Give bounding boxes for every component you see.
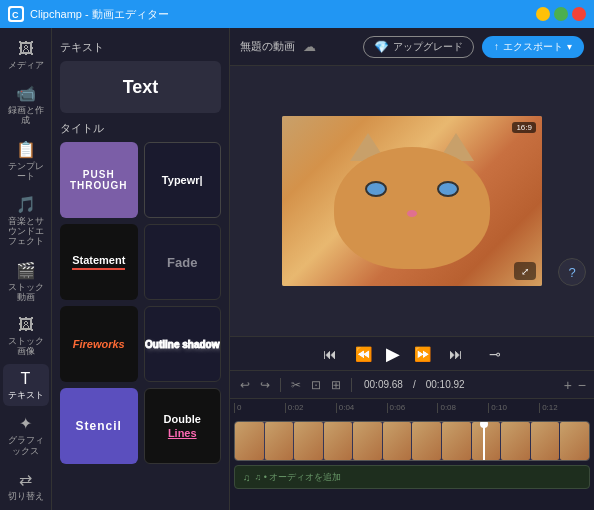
window-controls[interactable] xyxy=(536,7,586,21)
minimize-button[interactable] xyxy=(536,7,550,21)
main-layout: 🖼 メディア 📹 録画と作成 📋 テンプレート 🎵 音楽とサウンドエフェクト 🎬… xyxy=(0,28,594,510)
sidebar-item-music[interactable]: 🎵 音楽とサウンドエフェクト xyxy=(3,189,49,253)
video-preview xyxy=(282,116,542,286)
ruler-mark-5: 0:10 xyxy=(488,403,539,413)
help-button[interactable]: ? xyxy=(558,258,586,286)
fireworks-label: Fireworks xyxy=(73,338,125,350)
content-area: 無題の動画 ☁ 💎 アップグレード ↑ エクスポート ▾ xyxy=(230,28,594,510)
toolbar-separator-1 xyxy=(280,378,281,392)
sidebar-item-text[interactable]: T テキスト xyxy=(3,364,49,406)
track-thumb-7 xyxy=(412,422,441,460)
timeline: ↩ ↪ ✂ ⊡ ⊞ 00:09.68 / 00:10.92 + − 0 0:02… xyxy=(230,370,594,510)
track-thumb-3 xyxy=(294,422,323,460)
sidebar-item-graphics[interactable]: ✦ グラフィックス xyxy=(3,408,49,461)
play-button[interactable]: ▶ xyxy=(386,343,400,365)
text-panel: テキスト Text タイトル PUSH thRouGH Typewr| Stat… xyxy=(52,28,230,510)
timeline-toolbar: ↩ ↪ ✂ ⊡ ⊞ 00:09.68 / 00:10.92 + − xyxy=(230,371,594,399)
ruler-mark-1: 0:02 xyxy=(285,403,336,413)
skip-forward-button[interactable]: ⏭ xyxy=(445,344,467,364)
track-thumb-9 xyxy=(472,422,501,460)
stencil-card[interactable]: Stencil xyxy=(60,388,138,464)
expand-button[interactable]: ⤢ xyxy=(514,262,536,280)
push-through-card[interactable]: PUSH thRouGH xyxy=(60,142,138,218)
timeline-separator-time: / xyxy=(413,379,416,390)
stock-img-icon: 🖼 xyxy=(18,316,34,334)
upgrade-button[interactable]: 💎 アップグレード xyxy=(363,36,474,58)
skip-back-button[interactable]: ⏮ xyxy=(319,344,341,364)
timeline-total-time: 00:10.92 xyxy=(426,379,465,390)
cut-button[interactable]: ✂ xyxy=(289,376,303,394)
video-track[interactable] xyxy=(234,421,590,461)
audio-track[interactable]: ♫ ♫ • オーディオを追加 xyxy=(234,465,590,489)
sidebar-item-stock-img[interactable]: 🖼 ストック画像 xyxy=(3,310,49,362)
cat-eye-left xyxy=(365,181,387,197)
track-thumb-6 xyxy=(383,422,412,460)
export-button[interactable]: ↑ エクスポート ▾ xyxy=(482,36,584,58)
track-thumb-10 xyxy=(501,422,530,460)
timeline-ruler: 0 0:02 0:04 0:06 0:08 0:10 0:12 xyxy=(230,399,594,417)
cat-nose xyxy=(407,210,417,217)
stock-video-icon: 🎬 xyxy=(16,261,36,280)
sidebar-label-graphics: グラフィックス xyxy=(5,435,47,455)
track-thumb-11 xyxy=(531,422,560,460)
maximize-button[interactable] xyxy=(554,7,568,21)
app-title: Clipchamp - 動画エディター xyxy=(30,7,169,22)
track-thumb-2 xyxy=(265,422,294,460)
upload-icon: ↑ xyxy=(494,41,499,52)
top-toolbar: 無題の動画 ☁ 💎 アップグレード ↑ エクスポート ▾ xyxy=(230,28,594,66)
fast-forward-button[interactable]: ⏩ xyxy=(410,344,435,364)
outline-shadow-card[interactable]: Outline shadow xyxy=(144,306,222,382)
export-label: エクスポート xyxy=(503,40,563,54)
timeline-current-time: 00:09.68 xyxy=(364,379,403,390)
aspect-ratio-badge: 16:9 xyxy=(512,122,536,133)
track-thumb-4 xyxy=(324,422,353,460)
sidebar-item-record[interactable]: 📹 録画と作成 xyxy=(3,78,49,131)
ruler-mark-4: 0:08 xyxy=(437,403,488,413)
toolbar-separator-2 xyxy=(351,378,352,392)
ruler-mark-2: 0:04 xyxy=(336,403,387,413)
sidebar-item-template[interactable]: 📋 テンプレート xyxy=(3,134,49,187)
fade-card[interactable]: Fade xyxy=(144,224,222,300)
playhead[interactable] xyxy=(483,422,485,460)
double-line-2-label: Lines xyxy=(168,427,197,439)
project-name[interactable]: 無題の動画 xyxy=(240,39,295,54)
redo-button[interactable]: ↪ xyxy=(258,376,272,394)
copy-button[interactable]: ⊡ xyxy=(309,376,323,394)
cat-eye-right xyxy=(437,181,459,197)
ruler-mark-3: 0:06 xyxy=(387,403,438,413)
undo-button[interactable]: ↩ xyxy=(238,376,252,394)
sidebar-label-stock-video: ストック動画 xyxy=(5,282,47,302)
audio-add-label: ♫ • オーディオを追加 xyxy=(255,471,342,484)
media-icon: 🖼 xyxy=(18,40,34,58)
timeline-tracks: ♫ ♫ • オーディオを追加 xyxy=(230,417,594,510)
paste-button[interactable]: ⊞ xyxy=(329,376,343,394)
typewriter-label: Typewr| xyxy=(162,174,203,186)
rewind-button[interactable]: ⏪ xyxy=(351,344,376,364)
split-button[interactable]: ⊸ xyxy=(485,344,505,364)
double-line-1-label: Double xyxy=(164,413,201,425)
statement-card[interactable]: Statement xyxy=(60,224,138,300)
track-thumb-5 xyxy=(353,422,382,460)
statement-label: Statement xyxy=(72,254,125,270)
video-frame: 16:9 ⤢ xyxy=(282,116,542,286)
track-thumb-12 xyxy=(560,422,589,460)
close-button[interactable] xyxy=(572,7,586,21)
typewriter-card[interactable]: Typewr| xyxy=(144,142,222,218)
chevron-down-icon: ▾ xyxy=(567,41,572,52)
double-lines-card[interactable]: Double Lines xyxy=(144,388,222,464)
zoom-out-button[interactable]: − xyxy=(578,377,586,393)
sidebar-item-media[interactable]: 🖼 メディア xyxy=(3,34,49,76)
transitions-icon: ⇄ xyxy=(19,470,32,489)
video-area: 16:9 ⤢ ? xyxy=(230,66,594,336)
sidebar-label-stock-img: ストック画像 xyxy=(5,336,47,356)
fireworks-card[interactable]: Fireworks xyxy=(60,306,138,382)
diamond-icon: 💎 xyxy=(374,40,389,54)
section-title-text: テキスト xyxy=(60,40,221,55)
sidebar-item-transitions[interactable]: ⇄ 切り替え xyxy=(3,464,49,507)
sidebar-item-stock-video[interactable]: 🎬 ストック動画 xyxy=(3,255,49,308)
titlebar: C Clipchamp - 動画エディター xyxy=(0,0,594,28)
sidebar-label-transitions: 切り替え xyxy=(8,491,44,501)
zoom-in-button[interactable]: + xyxy=(564,377,572,393)
ruler-mark-6: 0:12 xyxy=(539,403,590,413)
plain-text-card[interactable]: Text xyxy=(60,61,221,113)
